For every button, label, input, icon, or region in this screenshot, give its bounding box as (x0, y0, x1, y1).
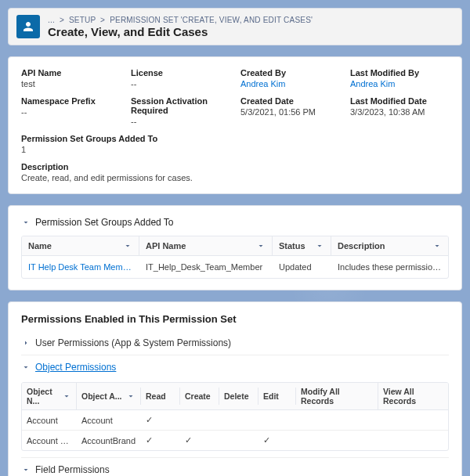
col-modify-all[interactable]: Modify All Records (296, 383, 378, 409)
perm-edit: ✓ (258, 431, 296, 450)
table-row: Account Account ✓ (22, 410, 448, 431)
chevron-down-icon (21, 218, 31, 227)
created-date-field: Created Date 5/3/2021, 01:56 PM (240, 96, 339, 126)
obj-api: AccountBrand (77, 431, 141, 450)
perm-delete (219, 436, 258, 445)
field-permissions-toggle[interactable]: Field Permissions (21, 457, 449, 476)
col-object-api[interactable]: Object A... (77, 388, 141, 405)
group-description: Includes these permission sets: View... (331, 256, 448, 278)
last-modified-date-field: Last Modified Date 3/3/2023, 10:38 AM (350, 96, 449, 126)
col-edit[interactable]: Edit (258, 388, 296, 405)
object-permissions-link[interactable]: Object Permissions (35, 362, 116, 373)
group-status: Updated (273, 256, 331, 278)
perm-create: ✓ (180, 431, 219, 450)
perm-view-all (378, 416, 448, 425)
chevron-down-icon (256, 241, 266, 251)
col-delete[interactable]: Delete (219, 388, 258, 405)
permissions-section-title: Permissions Enabled in This Permission S… (21, 313, 449, 325)
groups-card: Permission Set Groups Added To Name API … (8, 205, 462, 290)
perm-read: ✓ (141, 431, 180, 450)
created-by-field: Created By Andrea Kim (240, 68, 339, 88)
table-row: IT Help Desk Team Member IT_Help_Desk_Te… (22, 256, 448, 278)
col-api-name[interactable]: API Name (139, 236, 273, 255)
namespace-prefix-field: Namespace Prefix -- (21, 96, 120, 126)
license-field: License -- (131, 68, 230, 88)
perm-edit (258, 416, 296, 425)
group-name-link[interactable]: IT Help Desk Team Member (22, 256, 139, 278)
breadcrumb-ellipsis[interactable]: ... (48, 16, 55, 24)
perm-modify-all (296, 416, 378, 425)
groups-table-header: Name API Name Status Description (22, 236, 448, 256)
object-table-header: Object N... Object A... Read Create Dele… (22, 383, 448, 410)
obj-api: Account (77, 411, 141, 430)
object-permissions-table: Object N... Object A... Read Create Dele… (21, 382, 449, 451)
col-description[interactable]: Description (331, 236, 448, 255)
chevron-down-icon (21, 465, 31, 474)
col-object-name[interactable]: Object N... (22, 383, 77, 409)
groups-section-header[interactable]: Permission Set Groups Added To (21, 217, 449, 228)
groups-table: Name API Name Status Description IT Help… (21, 236, 449, 279)
chevron-down-icon (123, 241, 132, 251)
perm-create (180, 416, 219, 425)
chevron-down-icon (62, 391, 71, 401)
perm-delete (219, 416, 258, 425)
chevron-right-icon (21, 338, 31, 348)
chevron-down-icon (432, 241, 442, 251)
permissions-card: Permissions Enabled in This Permission S… (8, 301, 462, 476)
permission-set-icon (16, 15, 40, 38)
page-title: Create, View, and Edit Cases (48, 25, 313, 38)
perm-view-all (378, 436, 448, 445)
perm-read: ✓ (141, 410, 180, 430)
chevron-down-icon (21, 362, 31, 372)
col-create[interactable]: Create (180, 388, 219, 405)
chevron-down-icon (315, 241, 324, 251)
object-permissions-toggle[interactable]: Object Permissions (21, 355, 449, 379)
obj-name: Account (22, 411, 77, 430)
api-name-field: API Name test (21, 68, 120, 88)
created-by-link[interactable]: Andrea Kim (240, 79, 339, 88)
col-status[interactable]: Status (273, 236, 331, 255)
obj-name: Account Brand (22, 431, 77, 450)
details-card: API Name test License -- Created By Andr… (8, 56, 462, 194)
groups-added-field: Permission Set Groups Added To 1 (21, 134, 449, 154)
page-header: ... > SETUP > PERMISSION SET 'CREATE, VI… (8, 8, 462, 45)
perm-modify-all (296, 436, 378, 445)
last-modified-by-link[interactable]: Andrea Kim (350, 79, 449, 88)
chevron-down-icon (126, 391, 136, 401)
group-api-name: IT_Help_Desk_Team_Member (139, 256, 273, 278)
user-permissions-toggle[interactable]: User Permissions (App & System Permissio… (21, 334, 449, 355)
breadcrumb-setup[interactable]: SETUP (69, 16, 96, 24)
description-field: Description Create, read, and edit permi… (21, 162, 449, 182)
col-read[interactable]: Read (141, 388, 180, 405)
breadcrumb-permission-set[interactable]: PERMISSION SET 'CREATE, VIEW, AND EDIT C… (110, 16, 313, 24)
breadcrumb: ... > SETUP > PERMISSION SET 'CREATE, VI… (48, 16, 313, 24)
table-row: Account Brand AccountBrand ✓ ✓ ✓ (22, 431, 448, 450)
last-modified-by-field: Last Modified By Andrea Kim (350, 68, 449, 88)
col-view-all[interactable]: View All Records (378, 383, 448, 409)
col-name[interactable]: Name (22, 236, 139, 255)
session-activation-field: Session Activation Required -- (131, 96, 230, 126)
